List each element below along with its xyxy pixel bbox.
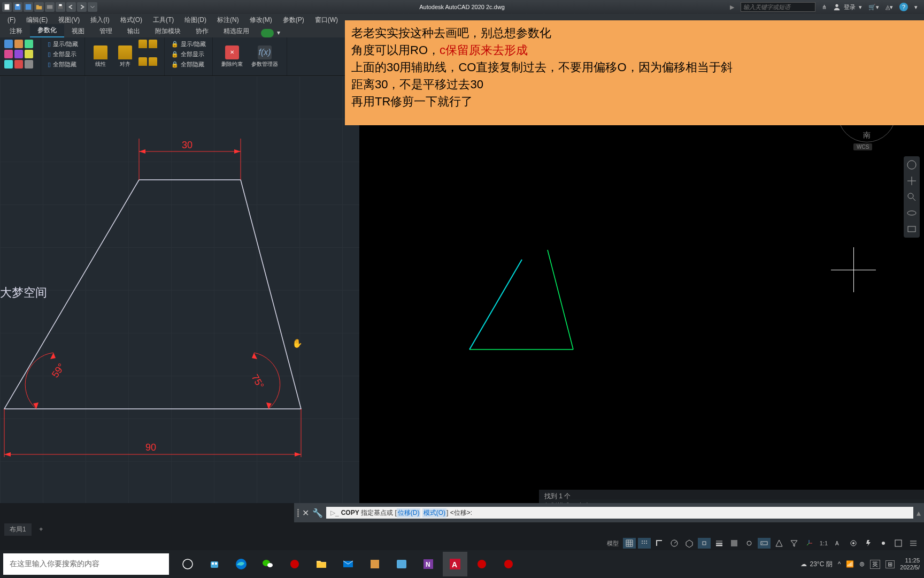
show-hide-button[interactable]: ▯显示/隐藏 (45, 40, 80, 49)
command-input[interactable]: ▷_ COPY 指定基点或 [ 位移(D) 模式(O) ] <位移>: (326, 507, 913, 519)
nav-pan-icon[interactable] (906, 176, 917, 186)
clock[interactable]: 11:25 2022/5/ (900, 557, 920, 571)
isolate-icon[interactable] (877, 538, 890, 549)
wifi-icon[interactable]: ⊚ (859, 560, 865, 568)
record-icon[interactable] (282, 552, 307, 576)
lineweight-icon[interactable] (713, 538, 726, 549)
ribbon-toggle-icon[interactable] (261, 29, 274, 37)
cmd-option[interactable]: 模式(O) (422, 508, 446, 518)
task-view-icon[interactable] (175, 552, 200, 576)
onenote-icon[interactable]: N (416, 552, 441, 576)
menu-insert[interactable]: 插入(I) (85, 14, 114, 26)
media-icon[interactable] (363, 552, 387, 576)
viewport-right[interactable]: 西 东 南 上 WCS 找到 1 个 复制模式 = 多个 (359, 76, 924, 522)
store-icon[interactable] (202, 552, 227, 576)
annotation-monitor-icon[interactable] (773, 538, 786, 549)
menu-parametric[interactable]: 参数(P) (278, 14, 310, 26)
cmd-close-icon[interactable]: ✕ (302, 508, 309, 518)
selection-filter-icon[interactable] (788, 538, 800, 549)
add-layout-button[interactable]: + (36, 524, 47, 534)
save-icon[interactable] (13, 2, 22, 12)
tab-manage[interactable]: 管理 (92, 25, 120, 37)
weather-widget[interactable]: ☁ 23°C 阴 (800, 560, 833, 569)
wcs-label[interactable]: WCS (853, 143, 872, 150)
tab-annotate[interactable]: 注释 (2, 25, 30, 37)
wechat-icon[interactable] (256, 552, 280, 576)
record2-icon[interactable] (469, 552, 494, 576)
scale-label[interactable]: 1:1 (818, 539, 830, 547)
linear-button[interactable]: 线性 (89, 40, 112, 73)
show-all-dim-button[interactable]: 🔒全部显示 (169, 50, 208, 59)
autocad-icon[interactable]: A (443, 552, 467, 576)
save-as-icon[interactable] (24, 2, 33, 12)
clean-screen-icon[interactable] (892, 538, 905, 549)
mail-icon[interactable] (336, 552, 360, 576)
new-icon[interactable] (2, 2, 12, 12)
redo-icon[interactable] (77, 2, 87, 12)
ime-lang-icon[interactable]: ⊞ (886, 560, 895, 568)
grid-icon[interactable] (623, 538, 636, 549)
open-icon[interactable] (34, 2, 44, 12)
edge-icon[interactable] (229, 552, 253, 576)
viewport-left[interactable]: 30 90 59° 75° 大梦空间 ✋ (0, 76, 359, 522)
menu-modify[interactable]: 修改(M) (244, 14, 278, 26)
dynamic-input-icon[interactable] (758, 538, 771, 549)
cmd-customize-icon[interactable]: 🔧 (312, 508, 323, 518)
tab-output[interactable]: 输出 (120, 25, 148, 37)
nav-orbit-icon[interactable] (906, 208, 917, 218)
menu-window[interactable]: 窗口(W) (310, 14, 343, 26)
nav-zoom-icon[interactable] (906, 192, 917, 202)
show-all-button[interactable]: ▯全部显示 (45, 50, 80, 59)
customize-icon[interactable] (907, 538, 920, 549)
menu-file[interactable]: (F) (2, 15, 21, 25)
delete-constraint-button[interactable]: ✕ 删除约束 (217, 40, 247, 73)
polar-icon[interactable] (668, 538, 681, 549)
annotation-scale-icon[interactable]: A (832, 538, 845, 549)
print-icon[interactable] (56, 2, 65, 12)
constraint-icon[interactable] (149, 40, 157, 48)
gizmo-icon[interactable] (803, 538, 815, 549)
plot-icon[interactable] (45, 2, 55, 12)
osnap-icon[interactable] (698, 538, 711, 549)
tab-view[interactable]: 视图 (64, 25, 92, 37)
help-search-input[interactable] (741, 2, 815, 12)
menu-draw[interactable]: 绘图(D) (179, 14, 212, 26)
transparency-icon[interactable] (728, 538, 741, 549)
windows-search-input[interactable]: 在这里输入你要搜索的内容 (3, 553, 169, 575)
ribbon-minimize-icon[interactable]: ▾ (277, 29, 280, 37)
snap-icon[interactable] (638, 538, 651, 549)
ortho-icon[interactable] (653, 538, 666, 549)
workspace-icon[interactable] (847, 538, 860, 549)
ime-indicator[interactable]: 英 (870, 560, 880, 569)
aligned-button[interactable]: 对齐 (114, 40, 136, 73)
viewcube-south[interactable]: 南 (863, 131, 871, 140)
cart-icon[interactable]: 🛒▾ (868, 4, 879, 11)
menu-tools[interactable]: 工具(T) (148, 14, 179, 26)
constraint-icon[interactable] (138, 57, 147, 66)
menu-format[interactable]: 格式(O) (115, 14, 148, 26)
tab-parametric[interactable]: 参数化 (30, 24, 64, 37)
explorer-icon[interactable] (309, 552, 334, 576)
share-icon[interactable]: ⋔ (822, 4, 827, 11)
nav-showmotion-icon[interactable] (906, 224, 917, 234)
help-icon[interactable]: ? (899, 3, 908, 11)
constraint-icon[interactable] (138, 40, 147, 48)
tray-chevron-icon[interactable]: ^ (838, 560, 841, 568)
geometric-constraint-icons[interactable] (4, 40, 36, 69)
tab-featured[interactable]: 精选应用 (216, 25, 257, 37)
qat-dropdown-icon[interactable] (88, 2, 97, 12)
autodesk-icon[interactable]: ◬▾ (886, 4, 893, 11)
model-space-button[interactable]: 模型 (605, 538, 621, 549)
menu-dimension[interactable]: 标注(N) (212, 14, 244, 26)
cmd-option[interactable]: 位移(D) (397, 508, 421, 518)
param-manager-button[interactable]: f(x) 参数管理器 (247, 40, 282, 73)
constraint-icon[interactable] (149, 57, 157, 66)
cmd-grip-icon[interactable] (297, 509, 299, 517)
show-hide-dim-button[interactable]: 🔒显示/隐藏 (169, 40, 208, 49)
hide-all-button[interactable]: ▯全部隐藏 (45, 60, 80, 69)
browser-icon[interactable] (389, 552, 414, 576)
cmd-recent-icon[interactable]: ▴ (917, 508, 921, 518)
layout-tab[interactable]: 布局1 (4, 523, 32, 536)
undo-icon[interactable] (66, 2, 76, 12)
hide-all-dim-button[interactable]: 🔒全部隐藏 (169, 60, 208, 69)
